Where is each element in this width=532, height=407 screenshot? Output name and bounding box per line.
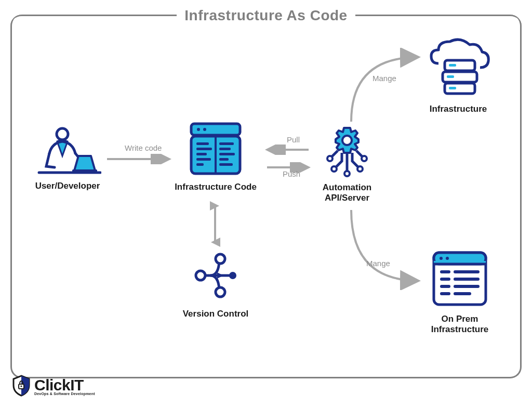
developer-icon (34, 125, 101, 177)
arrow-manage-onprem (347, 207, 425, 290)
node-user-label: User/Developer (26, 181, 109, 191)
svg-rect-17 (219, 163, 233, 166)
node-onprem-infrastructure: On Prem Infrastructure (410, 248, 509, 335)
brand-name: ClickIT (34, 376, 95, 394)
node-infracode-label: Infrastructure Code (166, 182, 265, 192)
page-title: Infrastructure As Code (0, 7, 532, 24)
brand-name-text: ClickIT (34, 376, 84, 393)
arrow-manage-cloud (347, 48, 425, 126)
arrow-pull (265, 145, 312, 155)
svg-point-18 (342, 136, 352, 145)
svg-point-41 (440, 257, 443, 260)
edge-write-code-label: Write code (125, 143, 162, 152)
edge-push-label: Push (283, 169, 300, 178)
code-window-icon (187, 121, 244, 178)
arrow-write-code (106, 154, 174, 164)
edge-manage-top-label: Mange (373, 74, 396, 83)
browser-window-icon (429, 248, 491, 310)
svg-rect-45 (440, 278, 450, 281)
svg-rect-26 (449, 64, 456, 67)
svg-rect-8 (196, 142, 209, 145)
svg-point-32 (196, 271, 205, 280)
cloud-servers-icon (422, 37, 495, 100)
svg-point-24 (362, 156, 367, 161)
svg-rect-30 (449, 87, 456, 89)
svg-point-20 (344, 171, 350, 176)
git-branch-icon (187, 247, 244, 305)
svg-rect-47 (440, 285, 450, 288)
edge-manage-bottom-label: Mange (366, 259, 390, 268)
node-version-control: Version Control (166, 247, 265, 319)
svg-rect-10 (196, 153, 207, 155)
svg-rect-12 (196, 163, 204, 166)
arrow-version-control (210, 201, 220, 247)
svg-point-42 (446, 257, 449, 260)
node-cloudinfra-label: Infrastructure (411, 104, 505, 114)
svg-point-22 (357, 166, 363, 172)
svg-point-4 (197, 128, 200, 131)
svg-point-21 (331, 166, 337, 172)
svg-rect-43 (440, 270, 450, 273)
svg-rect-49 (440, 292, 450, 295)
node-automation-server: Automation API/Server (305, 124, 389, 204)
svg-rect-14 (219, 148, 231, 150)
svg-rect-11 (196, 158, 211, 161)
node-versioncontrol-label: Version Control (166, 309, 265, 319)
node-onprem-label: On Prem Infrastructure (410, 314, 509, 335)
svg-marker-35 (217, 272, 223, 279)
svg-rect-15 (219, 153, 235, 155)
svg-point-23 (327, 156, 332, 161)
svg-rect-9 (196, 148, 212, 150)
svg-rect-50 (454, 292, 471, 295)
node-user-developer: User/Developer (26, 125, 109, 191)
node-automation-label: Automation API/Server (305, 182, 389, 204)
svg-point-5 (203, 128, 206, 131)
brand-logo: ClickIT DevOps & Software Development (11, 375, 95, 397)
node-cloud-infrastructure: Infrastructure (411, 37, 505, 114)
svg-rect-13 (219, 142, 234, 145)
svg-rect-28 (447, 75, 454, 78)
brand-tagline: DevOps & Software Development (34, 392, 95, 396)
svg-rect-44 (454, 270, 480, 273)
svg-rect-46 (454, 278, 480, 281)
svg-point-56 (20, 385, 22, 387)
svg-point-36 (229, 272, 236, 279)
svg-point-34 (216, 287, 225, 297)
node-infrastructure-code: Infrastructure Code (166, 121, 265, 192)
svg-rect-48 (454, 285, 480, 288)
shield-lock-icon (11, 375, 31, 397)
gear-circuit-icon (320, 124, 375, 178)
edge-pull-label: Pull (287, 135, 300, 144)
svg-point-33 (216, 254, 225, 264)
svg-point-0 (57, 128, 68, 140)
svg-rect-16 (219, 158, 229, 161)
